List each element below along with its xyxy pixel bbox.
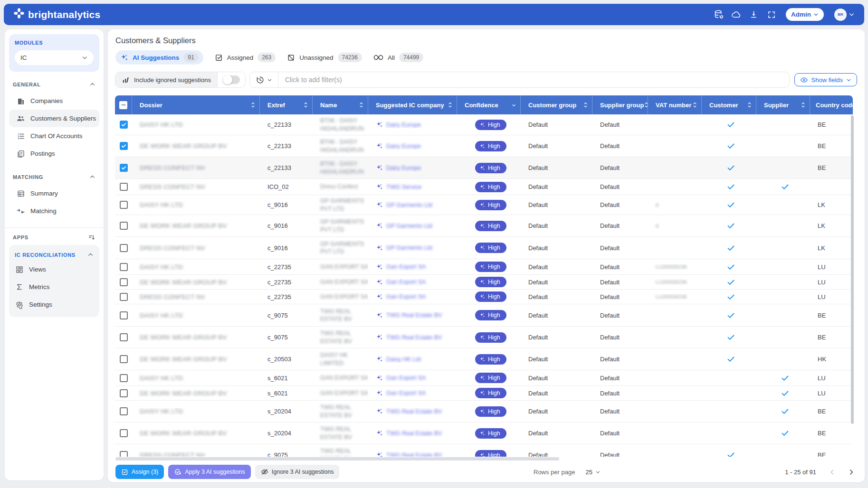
cell-suggested-ic-company[interactable]: GP Garments Ltd [368, 201, 457, 208]
tab-unassigned[interactable]: Unassigned74236 [287, 53, 362, 62]
table-row[interactable]: DAISY HK LTDc_9075TWG REAL ESTATE BVTWG … [115, 304, 853, 327]
table-row[interactable]: DAISY HK LTDs_6021GAN EXPORT SAGan Expor… [115, 370, 853, 386]
row-checkbox[interactable] [120, 333, 128, 341]
column-header-dossier[interactable]: Dossier [132, 95, 260, 114]
sidebar-item-chart-of-accounts[interactable]: Chart Of Accounts [9, 127, 99, 145]
cell-suggested-ic-company[interactable]: Gan Export SA [368, 279, 457, 286]
table-row[interactable]: DRESS CONFECT NVICO_02Dress ConfectTWG S… [115, 179, 853, 195]
cell-suggested-ic-company[interactable]: TWG Real Estate BV [368, 312, 457, 319]
row-checkbox[interactable] [120, 407, 128, 415]
table-row[interactable]: DAISY HK LTDs_20204TWG REAL ESTATE BVTWG… [115, 401, 853, 422]
cell-suggested-ic-company[interactable]: Dairy Europe [368, 164, 457, 171]
sidebar-item-metrics[interactable]: Metrics [9, 278, 99, 296]
tab-assigned[interactable]: Assigned263 [215, 53, 276, 62]
sidebar-item-companies[interactable]: Companies [9, 92, 99, 110]
filter-history-dropdown[interactable] [250, 72, 278, 87]
ignore-suggestions-button[interactable]: Ignore 3 AI suggestions [255, 465, 340, 479]
table-row[interactable]: DRESS CONFECT NVc_22735GAN EXPORT SAGan … [115, 290, 853, 304]
tab-ai-suggestions[interactable]: AI Suggestions91 [115, 50, 203, 65]
row-checkbox[interactable] [120, 293, 128, 301]
row-checkbox[interactable] [120, 263, 128, 271]
vertical-scrollbar[interactable] [851, 115, 854, 424]
table-row[interactable]: DRESS CONFECT NVc_9016GP GARMENTS PVT LT… [115, 237, 853, 259]
cell-suggested-ic-company[interactable]: GP Garments Ltd [368, 244, 457, 252]
row-checkbox[interactable] [120, 374, 128, 382]
previous-page-icon[interactable] [829, 469, 836, 476]
column-header-confidence[interactable]: Confidence [457, 95, 521, 114]
sidebar-item-customers-suppliers[interactable]: Customers & Suppliers [9, 110, 99, 127]
row-checkbox[interactable] [120, 389, 128, 397]
cell-suggested-ic-company[interactable]: GP Garments Ltd [368, 222, 457, 229]
admin-button[interactable]: Admin [786, 8, 824, 21]
table-row[interactable]: DAISY HK LTDc_22735GAN EXPORT SAGan Expo… [115, 259, 853, 275]
table-row[interactable]: DAISY HK LTDc_22133BT06 - DAISY HIGHLAND… [115, 114, 853, 135]
cell-suggested-ic-company[interactable]: TWG Real Estate BV [368, 334, 457, 341]
fullscreen-icon[interactable] [766, 9, 776, 19]
row-checkbox[interactable] [120, 355, 128, 363]
table-row[interactable]: DE WORK WEAR GROUP BVs_6021GAN EXPORT SA… [115, 386, 853, 401]
download-icon[interactable] [749, 9, 759, 19]
cell-suggested-ic-company[interactable]: Gan Export SA [368, 390, 457, 397]
select-all-checkbox[interactable] [115, 95, 132, 114]
database-sync-icon[interactable] [714, 9, 724, 19]
table-row[interactable]: DE WORK WEAR GROUP BVc_9016GP GARMENTS P… [115, 215, 853, 237]
sidebar-item-summary[interactable]: Summary [9, 185, 99, 202]
matching-section-header[interactable]: MATCHING [5, 162, 104, 185]
tab-all[interactable]: All74499 [373, 53, 423, 62]
cell-suggested-ic-company[interactable]: Dairy Europe [368, 121, 457, 128]
user-menu[interactable]: BR [834, 9, 855, 21]
table-row[interactable]: DAISY HK LTDc_9016GP GARMENTS PVT LTDGP … [115, 195, 853, 215]
assign-button[interactable]: Assign (3) [115, 465, 164, 479]
row-checkbox[interactable] [120, 451, 128, 457]
cell-suggested-ic-company[interactable]: Gan Export SA [368, 375, 457, 382]
cell-suggested-ic-company[interactable]: Dairy Europe [368, 142, 457, 150]
cell-suggested-ic-company[interactable]: Daisy HK Ltd [368, 356, 457, 363]
row-checkbox[interactable] [120, 429, 128, 437]
row-checkbox[interactable] [120, 183, 128, 191]
column-header-country-code[interactable]: Country code [810, 95, 853, 114]
module-select[interactable]: IC [15, 50, 94, 65]
cell-suggested-ic-company[interactable]: TWG Real Estate BV [368, 408, 457, 415]
horizontal-scrollbar[interactable] [115, 457, 559, 460]
show-fields-button[interactable]: Show fields [794, 73, 857, 86]
cell-suggested-ic-company[interactable]: Gan Export SA [368, 293, 457, 300]
column-header-supplier[interactable]: Supplier [756, 95, 810, 114]
cell-suggested-ic-company[interactable]: TWG Real Estate BV [368, 451, 457, 457]
table-row[interactable]: DRESS CONFECT NVc_9075TWG REAL ESTATE BV… [115, 444, 853, 457]
column-header-customer[interactable]: Customer [702, 95, 756, 114]
row-checkbox[interactable] [120, 311, 128, 319]
row-checkbox[interactable] [120, 164, 128, 172]
sidebar-item-views[interactable]: Views [9, 261, 99, 278]
filter-input[interactable]: Click to add filter(s) [278, 76, 349, 84]
column-header-supplier-group[interactable]: Supplier group [592, 95, 648, 114]
sidebar-item-postings[interactable]: Postings [9, 145, 99, 162]
row-checkbox[interactable] [120, 142, 128, 150]
table-row[interactable]: DRESS CONFECT NVc_22133BT06 - DAISY HIGH… [115, 157, 853, 179]
row-checkbox[interactable] [120, 201, 128, 209]
cloud-icon[interactable] [731, 9, 741, 19]
row-checkbox[interactable] [120, 121, 128, 129]
column-header-vat-number[interactable]: VAT number [648, 95, 702, 114]
table-row[interactable]: DE WORK WEAR GROUP BVc_22735GAN EXPORT S… [115, 275, 853, 290]
sidebar-item-matching[interactable]: Matching [9, 202, 99, 220]
column-header-suggested-ic-company[interactable]: Suggested IC company [368, 95, 457, 114]
table-row[interactable]: DE WORK WEAR GROUP BVc_22133BT06 - DAISY… [115, 135, 853, 157]
row-checkbox[interactable] [120, 244, 128, 252]
include-ignored-toggle[interactable] [223, 75, 240, 84]
cell-suggested-ic-company[interactable]: TWG Service [368, 183, 457, 190]
table-row[interactable]: DE WORK WEAR GROUP BVc_9075TWG REAL ESTA… [115, 327, 853, 348]
table-row[interactable]: DE WORK WEAR GROUP BVs_20204TWG REAL EST… [115, 422, 853, 444]
apply-suggestions-button[interactable]: Apply 3 AI suggestions [168, 465, 250, 479]
table-row[interactable]: DE WORK WEAR GROUP BVc_20503DAISY HK LIM… [115, 348, 853, 370]
cell-suggested-ic-company[interactable]: TWG Real Estate BV [368, 430, 457, 437]
row-checkbox[interactable] [120, 278, 128, 286]
column-header-extref[interactable]: Extref [260, 95, 313, 114]
rows-per-page-select[interactable]: 25 [585, 469, 600, 476]
row-checkbox[interactable] [120, 222, 128, 230]
column-header-customer-group[interactable]: Customer group [521, 95, 592, 114]
cell-suggested-ic-company[interactable]: Gan Export SA [368, 263, 457, 271]
sidebar-item-settings[interactable]: Settings [9, 296, 99, 313]
column-header-name[interactable]: Name [313, 95, 368, 114]
ic-reconciliations-header[interactable]: IC RECONCILIATIONS [9, 246, 99, 261]
general-section-header[interactable]: GENERAL [5, 72, 104, 92]
